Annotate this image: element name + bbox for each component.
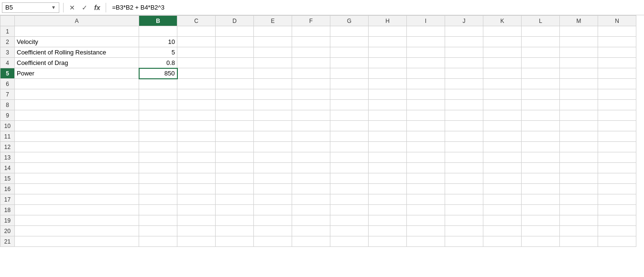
cell-E19[interactable] [254,215,292,226]
cell-B3[interactable]: 5 [139,47,177,58]
row-num-17[interactable]: 17 [0,194,15,205]
cell-E8[interactable] [254,100,292,110]
cell-E3[interactable] [254,47,292,58]
cell-N7[interactable] [598,89,636,100]
cell-C7[interactable] [177,89,216,100]
cell-H12[interactable] [369,142,407,152]
col-header-C[interactable]: C [177,16,216,26]
cell-H18[interactable] [369,205,407,215]
cell-N15[interactable] [598,173,636,184]
cell-J17[interactable] [445,194,483,205]
cell-C2[interactable] [177,37,216,47]
cell-J10[interactable] [445,121,483,131]
cell-J13[interactable] [445,152,483,163]
cell-L4[interactable] [522,58,560,68]
cell-N20[interactable] [598,226,636,236]
cell-M8[interactable] [560,100,598,110]
cell-I7[interactable] [407,89,445,100]
cell-I14[interactable] [407,163,445,173]
cell-D19[interactable] [216,215,254,226]
cell-G2[interactable] [330,37,369,47]
cell-C10[interactable] [177,121,216,131]
row-num-14[interactable]: 14 [0,163,15,173]
cell-M16[interactable] [560,184,598,194]
cell-A8[interactable] [15,100,139,110]
cell-H5[interactable] [369,68,407,79]
cell-I3[interactable] [407,47,445,58]
cell-N16[interactable] [598,184,636,194]
col-header-J[interactable]: J [445,16,483,26]
cell-H8[interactable] [369,100,407,110]
confirm-icon[interactable]: ✓ [80,3,89,12]
cell-G8[interactable] [330,100,369,110]
cell-F7[interactable] [292,89,330,100]
cell-L10[interactable] [522,121,560,131]
cell-H17[interactable] [369,194,407,205]
row-num-18[interactable]: 18 [0,205,15,215]
cell-M15[interactable] [560,173,598,184]
cell-H6[interactable] [369,79,407,89]
cell-I8[interactable] [407,100,445,110]
cell-B13[interactable] [139,152,177,163]
cell-I17[interactable] [407,194,445,205]
cell-A5[interactable]: Power [15,68,139,79]
col-header-I[interactable]: I [407,16,445,26]
cell-C14[interactable] [177,163,216,173]
cell-D16[interactable] [216,184,254,194]
row-num-21[interactable]: 21 [0,236,15,247]
row-num-4[interactable]: 4 [0,58,15,68]
cell-H15[interactable] [369,173,407,184]
cell-G20[interactable] [330,226,369,236]
cell-B10[interactable] [139,121,177,131]
cell-C18[interactable] [177,205,216,215]
cell-I9[interactable] [407,110,445,121]
cell-L12[interactable] [522,142,560,152]
cell-H14[interactable] [369,163,407,173]
cell-L8[interactable] [522,100,560,110]
col-header-A[interactable]: A [15,16,139,26]
cell-B5[interactable]: 850 [139,68,177,79]
cell-L9[interactable] [522,110,560,121]
cell-A3[interactable]: Coefficient of Rolling Resistance [15,47,139,58]
cell-B19[interactable] [139,215,177,226]
cell-N5[interactable] [598,68,636,79]
cell-G5[interactable] [330,68,369,79]
cell-G21[interactable] [330,236,369,247]
col-header-F[interactable]: F [292,16,330,26]
cell-G14[interactable] [330,163,369,173]
cell-C21[interactable] [177,236,216,247]
cell-J19[interactable] [445,215,483,226]
cell-C16[interactable] [177,184,216,194]
cell-J11[interactable] [445,131,483,142]
cell-M12[interactable] [560,142,598,152]
cell-B20[interactable] [139,226,177,236]
cell-K11[interactable] [483,131,522,142]
cell-J21[interactable] [445,236,483,247]
cell-G9[interactable] [330,110,369,121]
cell-H11[interactable] [369,131,407,142]
cell-L3[interactable] [522,47,560,58]
cell-N19[interactable] [598,215,636,226]
cell-L13[interactable] [522,152,560,163]
cell-J15[interactable] [445,173,483,184]
cell-A13[interactable] [15,152,139,163]
cell-N14[interactable] [598,163,636,173]
cell-E4[interactable] [254,58,292,68]
cell-L21[interactable] [522,236,560,247]
cell-I10[interactable] [407,121,445,131]
cell-D5[interactable] [216,68,254,79]
cell-F10[interactable] [292,121,330,131]
cell-I5[interactable] [407,68,445,79]
cell-G13[interactable] [330,152,369,163]
cell-N12[interactable] [598,142,636,152]
cell-K15[interactable] [483,173,522,184]
cell-K2[interactable] [483,37,522,47]
cell-L17[interactable] [522,194,560,205]
cell-K14[interactable] [483,163,522,173]
cell-D1[interactable] [216,26,254,37]
cell-D15[interactable] [216,173,254,184]
cell-H2[interactable] [369,37,407,47]
cell-A9[interactable] [15,110,139,121]
cell-A17[interactable] [15,194,139,205]
cell-N4[interactable] [598,58,636,68]
